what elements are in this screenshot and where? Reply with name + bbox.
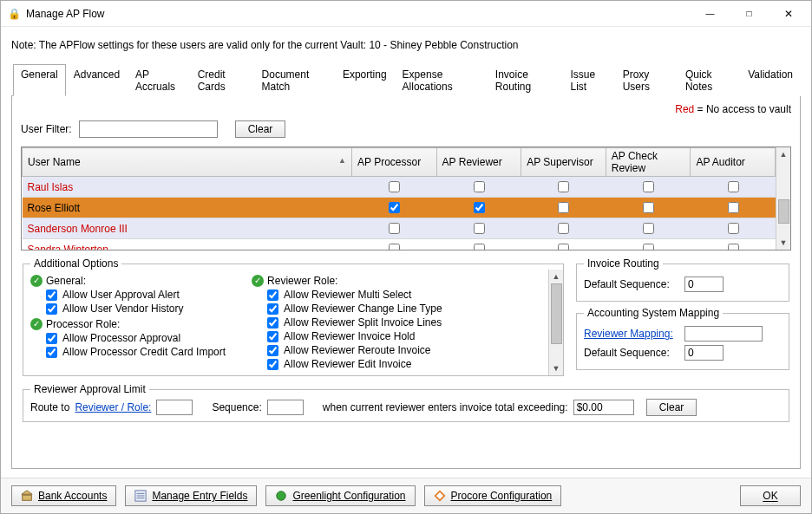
option-row[interactable]: Allow Processor Credit Card Import — [30, 346, 226, 358]
column-header[interactable]: AP Supervisor — [521, 148, 606, 177]
invoice-routing-group: Invoice Routing Default Sequence: — [576, 257, 789, 302]
column-header[interactable]: AP Reviewer — [436, 148, 521, 177]
option-checkbox[interactable] — [46, 333, 57, 344]
tab-document-match[interactable]: Document Match — [254, 64, 335, 96]
option-row[interactable]: Allow Reviewer Edit Invoice — [252, 358, 442, 370]
option-checkbox[interactable] — [267, 317, 278, 329]
scroll-down-icon[interactable]: ▼ — [549, 361, 563, 375]
role-checkbox[interactable] — [558, 223, 569, 234]
option-checkbox[interactable] — [267, 359, 278, 370]
role-checkbox[interactable] — [558, 244, 569, 250]
scroll-thumb[interactable] — [778, 199, 789, 224]
column-header[interactable]: AP Processor — [352, 148, 437, 177]
ral-sequence-input[interactable] — [267, 400, 304, 415]
role-cell — [436, 218, 521, 239]
ral-amount-input[interactable]: $0.00 — [573, 400, 634, 415]
scroll-up-icon[interactable]: ▲ — [549, 270, 563, 283]
option-row[interactable]: Allow Reviewer Invoice Hold — [252, 330, 442, 342]
tab-ap-accruals[interactable]: AP Accruals — [128, 64, 190, 96]
role-cell — [691, 198, 776, 218]
manage-entry-fields-button[interactable]: Manage Entry Fields — [125, 485, 257, 506]
role-cell — [606, 239, 691, 250]
bank-accounts-button[interactable]: Bank Accounts — [11, 485, 116, 506]
ral-reviewer-role-link[interactable]: Reviewer / Role: — [75, 401, 151, 413]
option-checkbox[interactable] — [267, 290, 278, 301]
role-checkbox[interactable] — [643, 223, 654, 234]
content-area: Note: The APFlow settings for these user… — [1, 27, 811, 478]
tab-exporting[interactable]: Exporting — [335, 64, 395, 96]
role-cell — [521, 218, 606, 239]
user-filter-input[interactable] — [79, 120, 218, 138]
option-row[interactable]: Allow Reviewer Change Line Type — [252, 303, 442, 315]
role-checkbox[interactable] — [643, 202, 654, 213]
role-checkbox[interactable] — [474, 244, 485, 250]
reviewer-mapping-input[interactable] — [684, 326, 763, 342]
scroll-thumb[interactable] — [551, 283, 562, 344]
role-checkbox[interactable] — [389, 223, 400, 234]
note-text: Note: The APFlow settings for these user… — [11, 39, 801, 51]
option-row[interactable]: Allow Reviewer Split Invoice Lines — [252, 316, 442, 329]
additional-options-legend: Additional Options — [30, 257, 121, 270]
tab-proxy-users[interactable]: Proxy Users — [615, 64, 678, 96]
option-checkbox[interactable] — [267, 303, 278, 315]
role-checkbox[interactable] — [474, 223, 485, 234]
procore-config-button[interactable]: Procore Configuration — [424, 485, 562, 506]
option-checkbox[interactable] — [46, 347, 57, 358]
clear-filter-button[interactable]: Clear — [235, 120, 286, 138]
option-row[interactable]: Allow User Approval Alert — [30, 289, 226, 301]
ok-button[interactable]: OK — [740, 485, 801, 506]
table-row[interactable]: Sanderson Monroe III — [23, 218, 776, 239]
am-default-sequence-input[interactable] — [684, 345, 724, 361]
role-checkbox[interactable] — [389, 181, 400, 192]
option-row[interactable]: Allow User Vendor History — [30, 303, 226, 315]
role-checkbox[interactable] — [389, 244, 400, 250]
ral-reviewer-role-input[interactable] — [156, 400, 193, 415]
column-header[interactable]: User Name▲ — [23, 148, 352, 177]
role-checkbox[interactable] — [728, 223, 739, 234]
option-row[interactable]: Allow Reviewer Multi Select — [252, 289, 442, 301]
option-checkbox[interactable] — [46, 290, 57, 301]
table-scrollbar[interactable]: ▲ ▼ — [776, 147, 790, 250]
ir-default-sequence-input[interactable] — [684, 277, 724, 292]
role-checkbox[interactable] — [474, 181, 485, 192]
tab-general[interactable]: General — [13, 64, 66, 96]
role-cell — [352, 198, 437, 218]
tab-validation[interactable]: Validation — [740, 64, 801, 96]
tab-invoice-routing[interactable]: Invoice Routing — [488, 64, 563, 96]
role-checkbox[interactable] — [558, 202, 569, 213]
column-header[interactable]: AP Check Review — [606, 148, 691, 177]
option-checkbox[interactable] — [46, 303, 57, 315]
minimize-button[interactable]: — — [691, 2, 730, 26]
maximize-button[interactable]: □ — [730, 2, 769, 26]
role-checkbox[interactable] — [558, 181, 569, 192]
option-row[interactable]: Allow Processor Approval — [30, 332, 226, 344]
greenlight-config-button[interactable]: Greenlight Configuration — [265, 485, 415, 506]
role-checkbox[interactable] — [643, 244, 654, 250]
table-row[interactable]: Raul Islas — [23, 177, 776, 198]
column-header[interactable]: AP Auditor — [691, 148, 776, 177]
role-checkbox[interactable] — [643, 181, 654, 192]
options-scrollbar[interactable]: ▲ ▼ — [548, 270, 563, 375]
option-row[interactable]: Allow Reviewer Reroute Invoice — [252, 344, 442, 356]
ral-when-text: when current reviewer enters invoice tot… — [323, 401, 568, 413]
table-row[interactable]: Sandra Winterton — [23, 239, 776, 250]
role-checkbox[interactable] — [728, 202, 739, 213]
ral-clear-button[interactable]: Clear — [646, 399, 697, 416]
role-checkbox[interactable] — [389, 202, 400, 213]
scroll-up-icon[interactable]: ▲ — [776, 147, 790, 161]
role-checkbox[interactable] — [728, 181, 739, 192]
table-row[interactable]: Rose Elliott — [23, 198, 776, 218]
option-checkbox[interactable] — [267, 331, 278, 342]
section-processor-role: ✓Processor Role: — [30, 318, 226, 330]
tab-credit-cards[interactable]: Credit Cards — [190, 64, 254, 96]
tab-quick-notes[interactable]: Quick Notes — [678, 64, 740, 96]
scroll-down-icon[interactable]: ▼ — [776, 236, 790, 250]
close-button[interactable]: ✕ — [769, 2, 808, 26]
reviewer-mapping-link[interactable]: Reviewer Mapping: — [584, 328, 679, 340]
option-checkbox[interactable] — [267, 345, 278, 356]
role-checkbox[interactable] — [474, 202, 485, 213]
tab-advanced[interactable]: Advanced — [66, 64, 128, 96]
tab-issue-list[interactable]: Issue List — [563, 64, 615, 96]
role-checkbox[interactable] — [728, 244, 739, 250]
tab-expense-allocations[interactable]: Expense Allocations — [395, 64, 488, 96]
